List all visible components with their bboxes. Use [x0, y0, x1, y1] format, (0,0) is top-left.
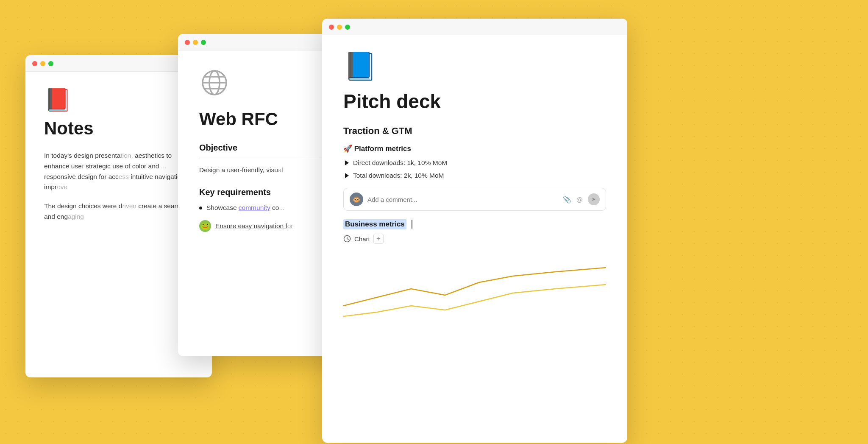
clock-icon	[343, 235, 351, 243]
minimize-button[interactable]	[40, 61, 45, 66]
pitchdeck-window: 📘 Pitch deck Traction & GTM 🚀 Platform m…	[322, 19, 627, 443]
pitchdeck-heading: Pitch deck	[343, 90, 606, 113]
chart-area	[343, 251, 606, 318]
svg-marker-5	[592, 198, 595, 201]
maximize-button-2[interactable]	[201, 40, 206, 45]
metric-2-text: Total downloads: 2k, 10% MoM	[353, 172, 444, 179]
notes-paragraph1: In today's design presentation, aestheti…	[44, 151, 193, 193]
maximize-button[interactable]	[48, 61, 53, 66]
send-icon	[591, 197, 596, 202]
titlebar-pitchdeck	[322, 19, 627, 35]
commenter-avatar: 🐵	[350, 193, 363, 206]
bullet-1	[199, 207, 202, 209]
platform-metrics-heading: 🚀 Platform metrics	[343, 144, 606, 153]
send-button[interactable]	[588, 193, 600, 205]
globe-icon	[199, 67, 230, 98]
requirement-1-text: Showcase community co...	[206, 204, 284, 212]
svg-line-8	[347, 239, 348, 240]
close-button-2[interactable]	[185, 40, 190, 45]
requirement-2-row: 🐸 Ensure easy navigation for	[199, 220, 293, 232]
minimize-button-2[interactable]	[193, 40, 198, 45]
notes-paragraph2: The design choices were driven create a …	[44, 201, 193, 222]
expand-icon-1[interactable]	[345, 160, 349, 165]
close-button[interactable]	[32, 61, 37, 66]
comment-input[interactable]	[367, 196, 559, 203]
chart-row: Chart +	[343, 232, 606, 244]
comment-box[interactable]: 🐵 📎 @	[343, 188, 606, 211]
mention-icon[interactable]: @	[576, 196, 583, 203]
community-link[interactable]: community	[239, 204, 270, 211]
notes-body: In today's design presentation, aestheti…	[44, 151, 193, 222]
traction-heading: Traction & GTM	[343, 126, 606, 137]
business-metrics-row: Business metrics	[343, 219, 606, 229]
chart-label: Chart	[354, 235, 370, 243]
minimize-button-3[interactable]	[337, 25, 342, 30]
metric-row-2: Total downloads: 2k, 10% MoM	[343, 172, 606, 179]
paperclip-icon[interactable]: 📎	[563, 195, 571, 204]
business-metrics-label: Business metrics	[343, 219, 406, 229]
close-button-3[interactable]	[329, 25, 334, 30]
expand-icon-2[interactable]	[345, 173, 349, 178]
ensure-navigation-text: Ensure easy navigation for	[215, 222, 293, 230]
user-avatar: 🐸	[199, 220, 211, 232]
metric-1-text: Direct downloads: 1k, 10% MoM	[353, 159, 447, 167]
maximize-button-3[interactable]	[345, 25, 350, 30]
chart-svg	[343, 251, 606, 318]
text-cursor	[412, 220, 412, 229]
notes-icon: 📕	[44, 89, 193, 111]
chart-add-button[interactable]: +	[373, 234, 384, 244]
comment-action-icons: 📎 @	[563, 193, 600, 205]
metric-row-1: Direct downloads: 1k, 10% MoM	[343, 159, 606, 167]
book-icon: 📘	[343, 50, 606, 82]
notes-heading: Notes	[44, 118, 193, 139]
